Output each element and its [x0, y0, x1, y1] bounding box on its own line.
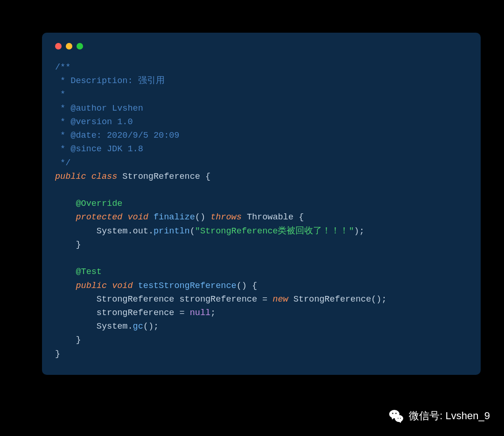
equals: =: [174, 308, 189, 318]
equals: =: [257, 295, 273, 304]
code-window: /** * Description: 强引用 * * @author Lvshe…: [42, 33, 481, 375]
keyword-new: new: [273, 295, 288, 304]
semicolon: ;: [381, 295, 386, 304]
method-println: println: [154, 226, 190, 236]
brace: {: [200, 172, 210, 182]
comment-line: */: [55, 158, 70, 168]
dot: .: [148, 226, 154, 236]
traffic-lights: [55, 43, 468, 49]
semicolon: ;: [154, 322, 159, 331]
comment-line: * @author Lvshen: [55, 104, 143, 113]
var-name: strongReference: [179, 295, 257, 304]
keyword-public: public: [55, 172, 86, 182]
method-gc: gc: [133, 322, 143, 331]
annotation-test: @Test: [76, 267, 102, 277]
class-name: StrongReference: [122, 172, 200, 182]
code-block: /** * Description: 强引用 * * @author Lvshe…: [55, 61, 468, 361]
semicolon: ;: [359, 226, 364, 236]
identifier-system: System: [97, 322, 128, 331]
comment-line: * Description: 强引用: [55, 76, 165, 86]
var-type: StrongReference: [97, 295, 175, 304]
keyword-protected: protected: [76, 212, 122, 222]
maximize-icon[interactable]: [77, 43, 83, 49]
brace: {: [247, 281, 257, 291]
method-finalize: finalize: [154, 212, 195, 222]
literal-null: null: [190, 308, 210, 318]
dot: .: [127, 226, 133, 236]
brace-close: }: [55, 349, 60, 359]
identifier-out: out: [133, 226, 148, 236]
watermark-text: 微信号: Lvshen_9: [409, 409, 490, 423]
annotation-override: @Override: [76, 199, 122, 209]
var-name: strongReference: [97, 308, 175, 318]
lparen: (: [190, 226, 195, 236]
comment-line: * @since JDK 1.8: [55, 144, 143, 154]
keyword-void: void: [112, 281, 133, 291]
class-throwable: Throwable: [247, 212, 294, 222]
close-icon[interactable]: [55, 43, 62, 49]
keyword-public: public: [76, 281, 107, 291]
comment-line: * @date: 2020/9/5 20:09: [55, 131, 179, 141]
string-literal: "StrongReference类被回收了！！！": [195, 226, 354, 236]
method-test: testStrongReference: [138, 281, 237, 291]
keyword-throws: throws: [210, 212, 242, 222]
brace: {: [294, 212, 304, 222]
comment-line: *: [55, 90, 65, 99]
watermark: 微信号: Lvshen_9: [388, 408, 490, 424]
parens: (): [195, 212, 205, 222]
brace-close: }: [76, 240, 81, 250]
semicolon: ;: [210, 308, 216, 318]
rparen: ): [354, 226, 359, 236]
parens: (): [371, 295, 381, 304]
comment-line: /**: [55, 63, 70, 72]
constructor: StrongReference: [294, 295, 371, 304]
dot: .: [127, 322, 133, 331]
brace-close: }: [76, 335, 81, 345]
parens: (): [143, 322, 154, 331]
comment-line: * @version 1.0: [55, 117, 133, 127]
identifier-system: System: [97, 226, 128, 236]
minimize-icon[interactable]: [66, 43, 72, 49]
keyword-void: void: [127, 212, 148, 222]
keyword-class: class: [91, 172, 118, 182]
parens: (): [237, 281, 247, 291]
wechat-icon: [388, 408, 404, 424]
